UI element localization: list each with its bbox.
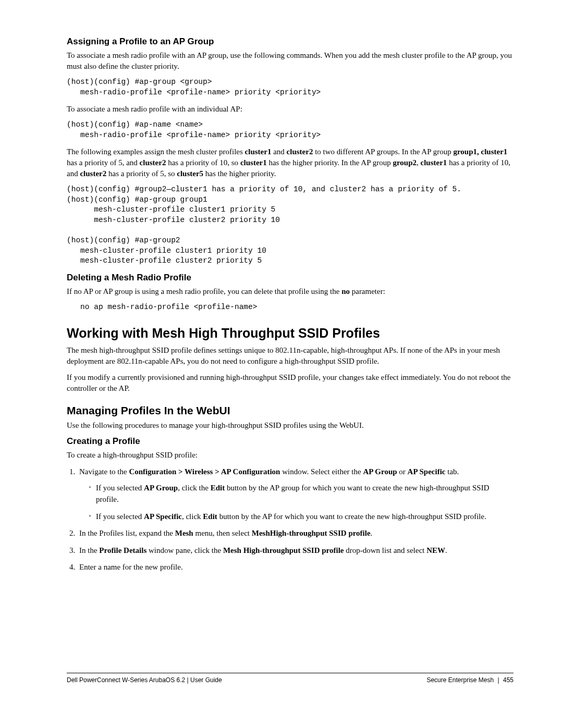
heading-creating-profile: Creating a Profile bbox=[67, 436, 513, 447]
heading-deleting-profile: Deleting a Mesh Radio Profile bbox=[67, 273, 513, 283]
paragraph: To create a high-throughput SSID profile… bbox=[67, 450, 513, 461]
list-item: In the Profiles list, expand the Mesh me… bbox=[77, 527, 513, 539]
code-block: (host)(config) #ap-group <group> mesh-ra… bbox=[67, 77, 513, 97]
paragraph: If no AP or AP group is using a mesh rad… bbox=[67, 286, 513, 297]
paragraph: To associate a mesh radio profile with a… bbox=[67, 50, 513, 72]
footer-right: Secure Enterprise Mesh | 455 bbox=[426, 676, 513, 684]
heading-assigning-profile: Assigning a Profile to an AP Group bbox=[67, 36, 513, 47]
code-block: (host)(config) #ap-name <name> mesh-radi… bbox=[67, 120, 513, 140]
code-block: no ap mesh-radio-profile <profile-name> bbox=[67, 302, 513, 313]
list-item: If you selected AP Specific, click Edit … bbox=[89, 511, 513, 523]
paragraph: If you modify a currently provisioned an… bbox=[67, 372, 513, 394]
ordered-list: Navigate to the Configuration > Wireless… bbox=[67, 466, 513, 573]
paragraph: The following examples assign the mesh c… bbox=[67, 146, 513, 179]
footer-left: Dell PowerConnect W-Series ArubaOS 6.2 |… bbox=[67, 676, 222, 684]
list-item: Navigate to the Configuration > Wireless… bbox=[77, 466, 513, 522]
bullet-list: If you selected AP Group, click the Edit… bbox=[79, 482, 513, 523]
heading-managing-profiles: Managing Profiles In the WebUI bbox=[67, 404, 513, 417]
list-item: In the Profile Details window pane, clic… bbox=[77, 545, 513, 557]
code-block: (host)(config) #group2—cluster1 has a pr… bbox=[67, 184, 513, 266]
paragraph: Use the following procedures to manage y… bbox=[67, 420, 513, 431]
list-item: Enter a name for the new profile. bbox=[77, 561, 513, 573]
heading-working-with-mesh: Working with Mesh High Throughput SSID P… bbox=[67, 326, 513, 341]
paragraph: The mesh high-throughput SSID profile de… bbox=[67, 345, 513, 367]
paragraph: To associate a mesh radio profile with a… bbox=[67, 104, 513, 115]
page-footer: Dell PowerConnect W-Series ArubaOS 6.2 |… bbox=[67, 673, 513, 684]
list-item: If you selected AP Group, click the Edit… bbox=[89, 482, 513, 505]
